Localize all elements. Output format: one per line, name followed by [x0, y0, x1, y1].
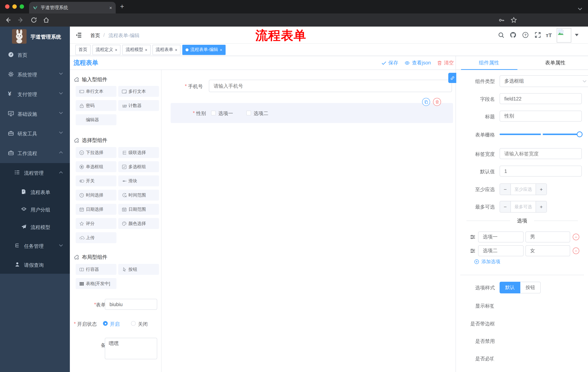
tab-search-chevron-icon[interactable]: [578, 8, 582, 11]
sidebar-item-flow-manage[interactable]: 流程管理: [0, 163, 70, 182]
tag-flow-model[interactable]: 流程模型×: [122, 45, 151, 55]
component-table-dev[interactable]: 表格[开发中]: [76, 278, 116, 289]
sidebar-logo[interactable]: 芋道管理系统: [0, 28, 70, 45]
stepper-input[interactable]: 至少应选: [511, 184, 536, 195]
traffic-close-button[interactable]: [5, 4, 10, 9]
field-name-input[interactable]: [500, 93, 582, 104]
option-name-input[interactable]: [478, 245, 524, 256]
remove-option-button[interactable]: −: [573, 247, 579, 254]
search-icon[interactable]: [498, 32, 504, 38]
avatar[interactable]: [557, 28, 571, 43]
close-tab-icon[interactable]: ×: [109, 5, 112, 10]
tag-flow-form[interactable]: 流程表单×: [152, 45, 181, 55]
sidebar-item-leave-query[interactable]: 请假查询: [0, 255, 70, 274]
component-slider[interactable]: 滑块: [118, 175, 159, 186]
gender-option2-label[interactable]: 选项二: [254, 110, 268, 117]
traffic-zoom-button[interactable]: [20, 4, 24, 9]
sidebar-item-flow-form[interactable]: 流程表单: [0, 183, 70, 201]
phone-field-row[interactable]: * 手机号: [162, 80, 456, 92]
component-date-range[interactable]: 日期范围: [118, 204, 159, 215]
fullscreen-icon[interactable]: [535, 32, 541, 38]
tag-close-icon[interactable]: ×: [115, 47, 117, 52]
sidebar-item-user-group[interactable]: 用户分组: [0, 201, 70, 218]
component-select[interactable]: 下拉选择: [76, 147, 116, 158]
help-icon[interactable]: ?: [522, 32, 529, 38]
status-off-label[interactable]: 关闭: [138, 321, 148, 328]
tab-component-props[interactable]: 组件属性: [456, 56, 522, 70]
collapse-menu-icon[interactable]: [76, 32, 82, 38]
component-switch[interactable]: 开关: [76, 175, 116, 186]
password-key-icon[interactable]: [498, 17, 505, 23]
grid-slider[interactable]: [500, 131, 582, 137]
component-color-picker[interactable]: 颜色选择: [118, 218, 159, 229]
save-button[interactable]: 保存: [381, 60, 398, 66]
home-icon[interactable]: [43, 17, 50, 23]
tag-close-icon[interactable]: ×: [145, 47, 147, 52]
status-on-label[interactable]: 开启: [110, 321, 120, 328]
tag-flow-form-edit[interactable]: 流程表单-编辑×: [182, 45, 226, 55]
style-button-button[interactable]: 按钮: [520, 282, 541, 293]
title-input[interactable]: [500, 111, 582, 122]
selected-component-gender[interactable]: * 性别 选项一 选项二: [171, 103, 453, 123]
tag-close-icon[interactable]: ×: [175, 47, 177, 52]
panel-link-handle[interactable]: [448, 73, 456, 83]
view-json-button[interactable]: 查看json: [404, 60, 431, 66]
form-remark-textarea[interactable]: [105, 338, 157, 359]
github-icon[interactable]: [510, 32, 516, 38]
sidebar-item-task-manage[interactable]: 任务管理: [0, 237, 70, 255]
stepper-minus-button[interactable]: −: [500, 201, 511, 212]
tag-home[interactable]: 首页: [75, 45, 91, 55]
back-icon[interactable]: [5, 17, 11, 23]
stepper-plus-button[interactable]: +: [536, 201, 546, 212]
copy-component-button[interactable]: [422, 98, 430, 106]
component-rate[interactable]: 评分: [76, 218, 116, 229]
component-time-picker[interactable]: 时间选择: [76, 190, 116, 201]
sidebar-item-flow-model[interactable]: 流程模型: [0, 218, 70, 235]
component-upload[interactable]: 上传: [76, 232, 116, 243]
component-row-container[interactable]: 行容器: [76, 264, 116, 275]
bookmark-star-icon[interactable]: [511, 17, 517, 23]
checkbox-icon[interactable]: [246, 111, 251, 115]
stepper-input[interactable]: 最多可选: [511, 201, 536, 212]
stepper-minus-button[interactable]: −: [500, 184, 511, 195]
tag-flow-definition[interactable]: 流程定义×: [92, 45, 121, 55]
component-checkbox-group[interactable]: 多选框组: [118, 161, 159, 172]
radio-off-icon[interactable]: [131, 321, 136, 326]
component-password[interactable]: 密码: [76, 100, 116, 111]
style-default-button[interactable]: 默认: [500, 282, 520, 293]
clear-button[interactable]: 清空: [437, 60, 454, 66]
sidebar-item-payment[interactable]: ¥ 支付管理: [0, 84, 70, 104]
tab-form-props[interactable]: 表单属性: [522, 56, 588, 70]
component-editor[interactable]: 编辑器: [76, 114, 116, 125]
checkbox-icon[interactable]: [211, 111, 216, 115]
component-multi-text[interactable]: 多行文本: [118, 86, 159, 97]
sidebar-item-devtools[interactable]: 研发工具: [0, 123, 70, 143]
default-value-input[interactable]: [500, 166, 582, 177]
reload-icon[interactable]: [31, 17, 37, 23]
component-counter[interactable]: 123计数器: [118, 100, 159, 111]
traffic-minimize-button[interactable]: [12, 4, 17, 9]
component-type-select[interactable]: 多选框组: [500, 75, 588, 87]
tag-close-icon[interactable]: ×: [220, 47, 222, 52]
remove-option-button[interactable]: −: [573, 234, 579, 240]
component-cascader[interactable]: 级联选择: [118, 147, 159, 158]
sidebar-item-system[interactable]: 系统管理: [0, 64, 70, 84]
sidebar-item-workflow[interactable]: 工作流程: [0, 143, 70, 163]
browser-tab[interactable]: 芋道管理系统 ×: [29, 2, 116, 13]
sidebar-item-infra[interactable]: 基础设施: [0, 104, 70, 123]
option-name-input[interactable]: [478, 232, 524, 242]
component-radio-group[interactable]: 单选框组: [76, 161, 116, 172]
forward-icon[interactable]: [18, 17, 24, 23]
drag-handle-icon[interactable]: [470, 234, 476, 240]
component-time-range[interactable]: 时间范围: [118, 190, 159, 201]
form-canvas[interactable]: * 手机号 * 性别 选项一 选项二: [162, 70, 456, 372]
option-value-input[interactable]: [525, 232, 570, 242]
component-single-text[interactable]: 单行文本: [76, 86, 116, 97]
stepper-plus-button[interactable]: +: [536, 184, 546, 195]
sidebar-item-home[interactable]: 首页: [0, 45, 70, 64]
form-name-input[interactable]: [105, 299, 157, 310]
option-value-input[interactable]: [525, 245, 570, 256]
component-button[interactable]: 按钮: [118, 264, 159, 275]
gender-option1-label[interactable]: 选项一: [218, 110, 233, 117]
breadcrumb-home[interactable]: 首页: [90, 32, 100, 39]
